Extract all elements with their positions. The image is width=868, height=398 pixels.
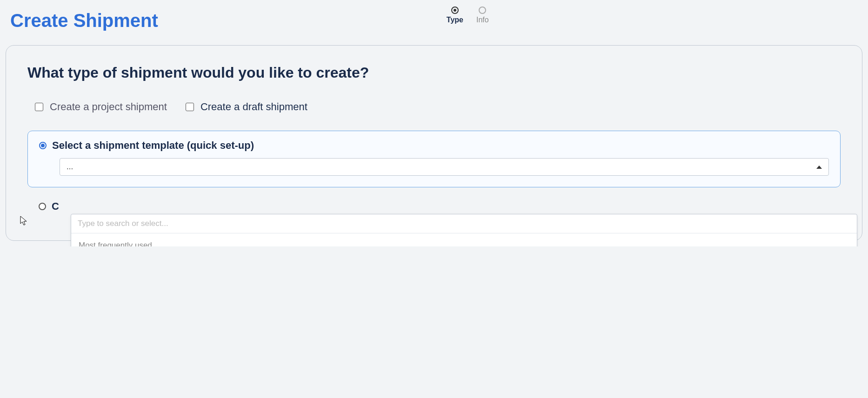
radio-select-template[interactable]: Select a shipment template (quick set-up… bbox=[39, 139, 829, 152]
radio-icon bbox=[39, 203, 46, 210]
panel-heading: What type of shipment would you like to … bbox=[27, 64, 841, 81]
step-type[interactable]: Type bbox=[447, 7, 463, 24]
stepper: Type Info bbox=[447, 7, 489, 24]
template-block: Select a shipment template (quick set-up… bbox=[27, 131, 841, 187]
checkbox-draft-shipment[interactable]: Create a draft shipment bbox=[186, 101, 307, 113]
step-type-label: Type bbox=[447, 16, 463, 24]
radio-icon bbox=[39, 142, 47, 149]
checkbox-project-shipment[interactable]: Create a project shipment bbox=[35, 101, 167, 113]
page-title: Create Shipment bbox=[10, 10, 158, 31]
dropdown-group-frequent: Most frequently used bbox=[71, 233, 857, 246]
dropdown-search-input[interactable] bbox=[78, 219, 850, 228]
step-info[interactable]: Info bbox=[476, 7, 489, 24]
cursor-icon bbox=[20, 216, 28, 226]
radio-other-option[interactable]: C bbox=[39, 200, 841, 212]
template-select-value: ... bbox=[67, 162, 73, 172]
shipment-type-panel: What type of shipment would you like to … bbox=[6, 45, 862, 241]
checkbox-draft-label: Create a draft shipment bbox=[200, 101, 307, 113]
step-info-radio-icon bbox=[479, 7, 486, 14]
radio-template-label: Select a shipment template (quick set-up… bbox=[52, 139, 254, 152]
checkbox-icon bbox=[35, 103, 43, 111]
step-info-label: Info bbox=[476, 16, 489, 24]
checkbox-project-label: Create a project shipment bbox=[50, 101, 167, 113]
step-type-radio-icon bbox=[451, 7, 459, 14]
chevron-up-icon bbox=[816, 166, 822, 169]
template-select[interactable]: ... bbox=[60, 158, 829, 176]
template-dropdown: Most frequently used Template 1 Press to… bbox=[71, 214, 857, 246]
checkbox-icon bbox=[186, 103, 194, 111]
dropdown-search-row bbox=[71, 214, 857, 233]
radio-other-label-partial: C bbox=[52, 200, 59, 212]
